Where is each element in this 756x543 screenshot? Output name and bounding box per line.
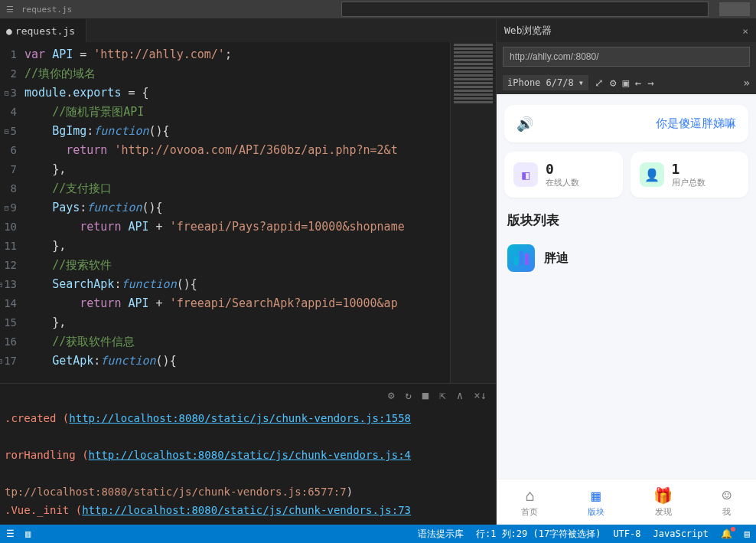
user-icon: 👤 <box>640 162 664 187</box>
url-input[interactable] <box>503 47 750 67</box>
stats-row: ◧ 0 在线人数 👤 1 用户总数 <box>504 152 748 198</box>
nav-discover-label: 发现 <box>655 506 672 518</box>
online-label: 在线人数 <box>546 177 579 188</box>
nav-boards[interactable]: ▦ 版块 <box>588 486 604 518</box>
editor-panel: ● request.js 12⊟ 34⊟ 5678⊟ 9101112⊟ 1314… <box>0 19 496 525</box>
export-icon[interactable]: ⇱ <box>439 389 445 401</box>
stop-icon[interactable]: ■ <box>422 389 429 401</box>
code-area[interactable]: 12⊟ 34⊟ 5678⊟ 9101112⊟ 13141516⊟ 17 var … <box>0 42 496 383</box>
browser-tab[interactable]: Web浏览器 × <box>497 19 756 42</box>
clear-icon[interactable]: ×↓ <box>474 389 487 401</box>
section-header: 版块列表 <box>507 211 745 229</box>
browser-tab-title: Web浏览器 <box>504 24 552 38</box>
nav-me[interactable]: ☺ 我 <box>722 486 732 518</box>
svg-rect-0 <box>514 257 518 265</box>
screenshot-icon[interactable]: ▣ <box>622 77 628 89</box>
online-count: 0 <box>546 161 579 177</box>
status-bar: ☰ ▥ 语法提示库 行:1 列:29 (17字符被选择) UTF-8 JavaS… <box>0 525 756 543</box>
layout-icon[interactable]: ▥ <box>25 528 31 539</box>
nav-home[interactable]: ⌂ 首页 <box>521 486 538 518</box>
terminal-toolbar: ⚙ ↻ ■ ⇱ ∧ ×↓ <box>0 383 496 406</box>
board-name: 胖迪 <box>544 250 569 267</box>
browser-panel: Web浏览器 × iPhone 6/7/8 ▾ ⤢ ⚙ ▣ ← → » 🔊 你是… <box>496 19 756 525</box>
search-box[interactable] <box>341 2 709 17</box>
nav-me-label: 我 <box>722 506 731 518</box>
status-position[interactable]: 行:1 列:29 (17字符被选择) <box>476 528 601 541</box>
rotate-icon[interactable]: ⤢ <box>595 77 604 89</box>
editor-tabs: ● request.js <box>0 19 496 42</box>
more-icon[interactable]: » <box>744 77 750 89</box>
nav-boards-label: 版块 <box>588 506 604 518</box>
person-icon: ☺ <box>722 486 732 505</box>
tab-modified-icon: ● <box>6 25 12 37</box>
signal-icon: ◧ <box>513 162 538 187</box>
code-content[interactable]: var API = 'http://ahlly.com/';//填你的域名mod… <box>21 42 450 383</box>
grid-icon: ▦ <box>591 486 601 505</box>
nav-discover[interactable]: 🎁 发现 <box>653 486 673 518</box>
terminal-output[interactable]: .created (http://localhost:8080/static/j… <box>0 406 496 525</box>
device-selector[interactable]: iPhone 6/7/8 ▾ <box>503 75 588 90</box>
preview-content[interactable]: 🔊 你是傻逼胖娣嘛 ◧ 0 在线人数 👤 1 <box>497 94 756 479</box>
chevron-down-icon: ▾ <box>578 77 584 88</box>
tab-filename: request.js <box>15 25 75 37</box>
total-label: 用户总数 <box>672 177 705 188</box>
status-hint[interactable]: 语法提示库 <box>418 528 464 541</box>
toolbar-item[interactable]: request.js <box>21 5 72 15</box>
online-users-card[interactable]: ◧ 0 在线人数 <box>504 152 623 198</box>
sound-icon: 🔊 <box>516 116 533 132</box>
settings-icon[interactable]: ⚙ <box>610 77 616 89</box>
back-icon[interactable]: ← <box>635 77 641 89</box>
bottom-nav: ⌂ 首页 ▦ 版块 🎁 发现 ☺ 我 <box>497 479 756 525</box>
status-language[interactable]: JavaScript <box>653 528 709 539</box>
device-label: iPhone 6/7/8 <box>507 77 574 88</box>
split-icon[interactable]: ▤ <box>745 528 750 539</box>
mobile-preview: 🔊 你是傻逼胖娣嘛 ◧ 0 在线人数 👤 1 <box>497 94 756 525</box>
top-toolbar: ☰ request.js <box>0 0 756 19</box>
home-icon: ⌂ <box>525 486 534 505</box>
total-count: 1 <box>672 161 705 177</box>
forward-icon[interactable]: → <box>647 77 653 89</box>
board-item[interactable]: 胖迪 <box>504 240 748 276</box>
bell-icon[interactable]: 🔔 <box>721 528 732 539</box>
browser-controls: iPhone 6/7/8 ▾ ⤢ ⚙ ▣ ← → » <box>497 71 756 94</box>
menu-icon[interactable]: ☰ <box>6 5 14 15</box>
svg-rect-1 <box>520 251 523 265</box>
board-icon <box>507 244 535 272</box>
reload-icon[interactable]: ↻ <box>405 389 411 401</box>
gift-icon: 🎁 <box>653 486 673 505</box>
close-icon[interactable]: × <box>742 25 748 37</box>
svg-rect-2 <box>525 254 529 265</box>
total-users-card[interactable]: 👤 1 用户总数 <box>631 152 749 198</box>
status-encoding[interactable]: UTF-8 <box>613 528 640 539</box>
announcement-text: 你是傻逼胖娣嘛 <box>656 116 736 131</box>
collapse-icon[interactable]: ∧ <box>457 389 463 401</box>
tab-request-js[interactable]: ● request.js <box>0 19 86 42</box>
line-gutter: 12⊟ 34⊟ 5678⊟ 9101112⊟ 13141516⊟ 17 <box>0 42 21 383</box>
announcement-card[interactable]: 🔊 你是傻逼胖娣嘛 <box>504 105 748 142</box>
nav-home-label: 首页 <box>521 506 538 518</box>
minimap[interactable] <box>450 42 496 383</box>
top-button[interactable] <box>719 2 750 16</box>
gear-icon[interactable]: ⚙ <box>388 389 394 401</box>
indent-icon[interactable]: ☰ <box>6 528 15 539</box>
